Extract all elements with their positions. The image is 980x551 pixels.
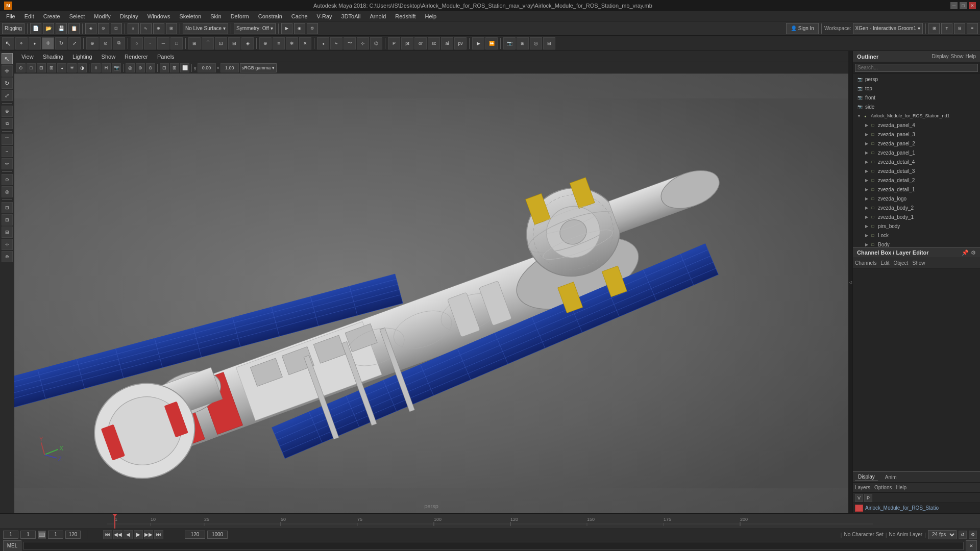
outliner-show-btn[interactable]: Show [950,54,963,59]
tree-item-top[interactable]: 📷 top [853,84,980,93]
soft-mod-btn[interactable]: ⊙ [100,37,112,49]
range-frame-input[interactable] [48,531,63,539]
channel-box-pin-btn[interactable]: 📌 [962,249,969,256]
anim-end-input[interactable]: 1000 [207,531,228,539]
current-frame-input[interactable]: 1 [20,531,36,539]
save-file-btn[interactable]: 💾 [56,23,67,34]
tree-item-front[interactable]: 📷 front [853,93,980,102]
settings-btn-right2[interactable]: T [941,23,952,34]
select-mode-btn[interactable]: ◈ [85,23,96,34]
anim-tab[interactable]: Anim [882,473,900,481]
pencil-btn[interactable]: ✏ [2,158,13,169]
settings-btn-right3[interactable]: ⊟ [954,23,965,34]
snap-to-curve-btn[interactable]: ⌒ [202,37,214,49]
mel-python-toggle[interactable]: MEL [3,540,21,552]
symmetry-dropdown[interactable]: Symmetry: Off ▾ [234,23,276,34]
sculpt-btn[interactable]: ⊙ [2,174,13,185]
outliner-display-btn[interactable]: Display [932,54,949,59]
align-btn[interactable]: ≡ [273,37,285,49]
vp-menu-panels[interactable]: Panels [153,53,179,61]
blend-shape-btn[interactable]: ⌬ [370,37,382,49]
no-live-surface-dropdown[interactable]: No Live Surface ▾ [183,23,228,34]
parent-constraint-btn[interactable]: P [388,37,400,49]
scale-tool-btn[interactable]: ⤢ [68,37,81,49]
open-file-btn[interactable]: 📂 [43,23,54,34]
command-input[interactable] [23,542,964,550]
isolate-select-btn[interactable]: ◎ [126,63,135,72]
aim-constraint-btn[interactable]: ai [441,37,453,49]
tree-item-body[interactable]: ▶ □ Body [853,240,980,247]
layer-help-tab[interactable]: Help [896,485,906,490]
viewport-shadows-btn[interactable]: ◑ [78,63,87,72]
menu-create[interactable]: Create [39,12,64,20]
new-file-btn[interactable]: 📄 [30,23,41,34]
step-back-btn[interactable]: ◀◀ [113,530,122,539]
channel-object-btn[interactable]: Object [894,260,909,266]
menu-deform[interactable]: Deform [227,12,253,20]
tree-item-zvezda-body-1[interactable]: ▶ □ zvezda_body_1 [853,212,980,221]
ik-handle-btn[interactable]: ⤷ [330,37,342,49]
ik-spline-btn[interactable]: 〜 [344,37,356,49]
layout-custom-btn[interactable]: ⊛ [2,251,13,262]
show-manip-btn[interactable]: ⧉ [113,37,125,49]
ipr-btn[interactable]: ◉ [294,23,305,34]
menu-file[interactable]: File [2,12,19,20]
color-mode-dropdown[interactable]: sRGB gamma ▾ [240,63,277,72]
minimize-button[interactable]: ─ [950,2,958,9]
rotate-btn[interactable]: ↻ [2,78,13,89]
vp-menu-show[interactable]: Show [97,53,120,61]
node-editor-btn[interactable]: ⊟ [543,37,555,49]
play-forward-btn[interactable]: ▶ [134,530,143,539]
face-mode-btn[interactable]: □ [170,37,183,49]
channel-edit-btn[interactable]: Edit [880,260,889,266]
snap-grid-btn[interactable]: # [128,23,139,34]
end-frame-input[interactable]: 120 [65,531,81,539]
next-frame-btn[interactable]: ▶▶ [144,530,153,539]
scale-constraint-btn[interactable]: sc [428,37,440,49]
menu-skin[interactable]: Skin [206,12,225,20]
tree-item-zvezda-detail-4[interactable]: ▶ □ zvezda_detail_4 [853,157,980,166]
sign-in-btn[interactable]: 👤 Sign In [786,23,819,34]
viewport-canvas[interactable]: X Z Y persp [14,73,848,513]
vp-layer-v-btn[interactable]: V [855,494,863,502]
universal-manip-btn[interactable]: ⊕ [86,37,99,49]
xray-btn[interactable]: ⊕ [136,63,145,72]
freeze-transform-btn[interactable]: ❄ [286,37,298,49]
tree-item-zvezda-panel-1[interactable]: ▶ □ zvezda_panel_1 [853,148,980,157]
tree-item-zvezda-detail-2[interactable]: ▶ □ zvezda_detail_2 [853,176,980,185]
menu-arnold[interactable]: Arnold [365,12,390,20]
layout-single-btn[interactable]: ⊡ [2,202,13,213]
anim-pref-btn[interactable]: ⚙ [969,531,977,539]
paint-btn[interactable]: ⊡ [111,23,122,34]
go-to-start-btn[interactable]: ⏮ [103,530,112,539]
joint-tool-btn[interactable]: ⬥ [317,37,329,49]
tree-item-zvezda-panel-2[interactable]: ▶ □ zvezda_panel_2 [853,139,980,148]
go-to-end-btn[interactable]: ⏭ [154,530,163,539]
camera-orbit-btn[interactable]: ⊙ [16,63,26,72]
orient-constraint-btn[interactable]: or [414,37,427,49]
layers-tab[interactable]: Layers [855,485,870,490]
snap-to-view-btn[interactable]: ⊟ [228,37,240,49]
vp-menu-shading[interactable]: Shading [39,53,67,61]
menu-3dtoall[interactable]: 3DToAll [337,12,365,20]
render-settings-btn[interactable]: ⚙ [307,23,318,34]
move-btn[interactable]: ✛ [2,65,13,77]
rotate-tool-btn[interactable]: ↻ [55,37,67,49]
paint-select-btn[interactable]: ⬧ [29,37,41,49]
tree-item-pirs-body[interactable]: ▶ □ pirs_body [853,221,980,231]
snap-to-surface-btn[interactable]: ◈ [241,37,254,49]
scale-btn[interactable]: ⤢ [2,90,13,101]
last-tool-btn[interactable]: ⊕ [2,106,13,117]
view-select-btn[interactable]: ⊞ [517,37,529,49]
settings-btn-right4[interactable]: ≡ [967,23,978,34]
select-tool-btn[interactable]: ↖ [2,37,14,49]
channel-show-btn[interactable]: Show [912,260,925,266]
fps-dropdown[interactable]: 24 fps 30 fps 25 fps 60 fps [928,530,957,539]
delete-history-btn[interactable]: ✕ [299,37,311,49]
render-current-btn[interactable]: ▶ [472,37,484,49]
soft-mod-left-btn[interactable]: ◎ [2,186,13,197]
render-seq-btn[interactable]: ⏩ [485,37,498,49]
ep-curve-btn[interactable]: ~ [2,146,13,157]
rigging-dropdown[interactable]: Rigging [2,23,24,34]
curve-tool-btn[interactable]: ⌒ [2,134,13,145]
